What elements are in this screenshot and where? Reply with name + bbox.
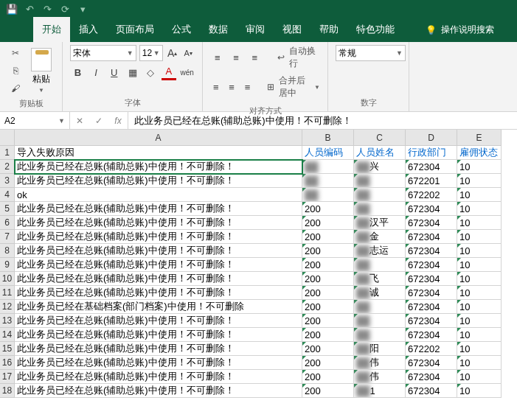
tab-data[interactable]: 数据 (200, 17, 237, 42)
cell[interactable]: 此业务员已经在总账(辅助总账)中使用！不可删除！ (15, 384, 302, 398)
tab-home[interactable]: 开始 (33, 17, 70, 42)
cell[interactable]: 672304 (406, 314, 457, 328)
undo-icon[interactable]: ↶ (24, 4, 35, 15)
cell[interactable]: 672304 (406, 216, 457, 230)
cell[interactable]: 200 (302, 230, 354, 244)
wrap-text-button[interactable]: 自动换行 (289, 45, 320, 70)
row-header[interactable]: 12 (0, 300, 14, 314)
cell[interactable]: 雇佣状态 (457, 146, 502, 160)
font-name-combo[interactable]: 宋体 ▼ (70, 45, 136, 61)
cell[interactable]: ██ (302, 188, 354, 202)
tab-special[interactable]: 特色功能 (347, 17, 403, 42)
cell[interactable]: 672304 (406, 384, 457, 398)
fill-color-button[interactable]: ◇ (143, 64, 159, 80)
cell[interactable]: 10 (457, 244, 502, 258)
cell[interactable]: 此业务员已经在总账(辅助总账)中使用！不可删除！ (15, 244, 302, 258)
cell[interactable]: ██ (354, 258, 406, 272)
row-header[interactable]: 11 (0, 286, 14, 300)
cell[interactable]: 10 (457, 328, 502, 342)
cell[interactable]: 200 (302, 384, 354, 398)
cell[interactable]: 10 (457, 272, 502, 286)
cell[interactable]: 人员姓名 (354, 146, 406, 160)
cell[interactable]: ██ (354, 202, 406, 216)
cell[interactable]: 此业务员已经在总账(辅助总账)中使用！不可删除！ (15, 370, 302, 384)
tab-help[interactable]: 帮助 (310, 17, 347, 42)
row-header[interactable]: 2 (0, 160, 14, 174)
shrink-font-button[interactable]: A▾ (181, 45, 195, 61)
underline-button[interactable]: U (106, 64, 122, 80)
cell[interactable]: 200 (302, 314, 354, 328)
cell[interactable]: 此业务员已经在总账(辅助总账)中使用！不可删除！ (15, 328, 302, 342)
cell[interactable]: 此业务员已经在总账(辅助总账)中使用！不可删除！ (15, 216, 302, 230)
save-icon[interactable]: 💾 (6, 4, 18, 15)
cell[interactable]: 672304 (406, 356, 457, 370)
cell[interactable]: 10 (457, 160, 502, 174)
cell[interactable]: 672201 (406, 174, 457, 188)
paste-button[interactable]: 粘贴 ▼ (28, 45, 55, 97)
cell[interactable]: 200 (302, 272, 354, 286)
cell[interactable]: ██伟 (354, 356, 406, 370)
cell[interactable]: 10 (457, 356, 502, 370)
redo-icon[interactable]: ↷ (41, 4, 53, 15)
cell[interactable]: 200 (302, 300, 354, 314)
cell[interactable]: ██金 (354, 230, 406, 244)
cell[interactable]: ██ (354, 174, 406, 188)
cell[interactable]: 672304 (406, 370, 457, 384)
cell[interactable]: 此业务员已经在总账(辅助总账)中使用！不可删除！ (15, 202, 302, 216)
align-top-button[interactable]: ≡ (210, 49, 224, 66)
cell[interactable]: 此业务员已经在总账(辅助总账)中使用！不可删除！ (15, 272, 302, 286)
cell[interactable]: ██阳 (354, 342, 406, 356)
tab-view[interactable]: 视图 (274, 17, 310, 42)
tell-me-search[interactable]: 💡 操作说明搜索 (418, 18, 502, 42)
border-button[interactable]: ▦ (125, 64, 140, 80)
cell[interactable]: 672304 (406, 202, 457, 216)
tab-formula[interactable]: 公式 (163, 17, 200, 42)
cell[interactable]: 此业务员已经在总账(辅助总账)中使用！不可删除！ (15, 174, 302, 188)
grow-font-button[interactable]: A▴ (166, 45, 179, 61)
row-header[interactable]: 5 (0, 202, 14, 216)
cell[interactable]: 672304 (406, 300, 457, 314)
cell[interactable]: 200 (302, 342, 354, 356)
cell[interactable]: ██兴 (354, 160, 406, 174)
cell[interactable]: 672304 (406, 272, 457, 286)
cell[interactable]: ok (15, 188, 302, 202)
row-header[interactable]: 10 (0, 272, 14, 286)
name-box[interactable]: A2 ▼ (0, 112, 70, 129)
row-header[interactable]: 17 (0, 370, 14, 384)
more-icon[interactable]: ▾ (77, 4, 89, 15)
cell[interactable]: 200 (302, 356, 354, 370)
formula-input[interactable]: 此业务员已经在总账(辅助总账)中使用！不可删除！ (128, 114, 517, 127)
copy-button[interactable]: ⎘ (7, 63, 24, 79)
cell[interactable]: 672304 (406, 160, 457, 174)
row-header[interactable]: 15 (0, 342, 14, 356)
merge-center-button[interactable]: 合并后居中 (279, 74, 310, 99)
cell[interactable]: 人员编码 (302, 146, 354, 160)
cell[interactable]: 200 (302, 216, 354, 230)
cell[interactable]: 此业务员已经在总账(辅助总账)中使用！不可删除！ (15, 258, 302, 272)
cell[interactable]: ██1 (354, 384, 406, 398)
row-header[interactable]: 14 (0, 328, 14, 342)
row-header[interactable]: 9 (0, 258, 14, 272)
row-header[interactable]: 16 (0, 356, 14, 370)
cell[interactable]: 10 (457, 174, 502, 188)
cell[interactable]: 此业务员已经在总账(辅助总账)中使用！不可删除！ (15, 286, 302, 300)
cell[interactable]: 10 (457, 300, 502, 314)
row-header[interactable]: 7 (0, 230, 14, 244)
row-header[interactable]: 8 (0, 244, 14, 258)
row-header[interactable]: 1 (0, 146, 14, 160)
cell[interactable]: ██汉平 (354, 216, 406, 230)
italic-button[interactable]: I (89, 64, 104, 80)
cell[interactable]: 10 (457, 258, 502, 272)
cell[interactable]: 672304 (406, 244, 457, 258)
phonetic-button[interactable]: wén (179, 64, 195, 80)
tab-review[interactable]: 审阅 (237, 17, 274, 42)
cell[interactable]: ██志运 (354, 244, 406, 258)
row-header[interactable]: 4 (0, 188, 14, 202)
cell[interactable]: 10 (457, 314, 502, 328)
cell[interactable]: 672304 (406, 230, 457, 244)
cell[interactable]: 10 (457, 384, 502, 398)
row-header[interactable]: 3 (0, 174, 14, 188)
cell[interactable]: 此业务员已经在总账(辅助总账)中使用！不可删除！ (15, 314, 302, 328)
cell[interactable]: 10 (457, 216, 502, 230)
tab-layout[interactable]: 页面布局 (107, 17, 163, 42)
